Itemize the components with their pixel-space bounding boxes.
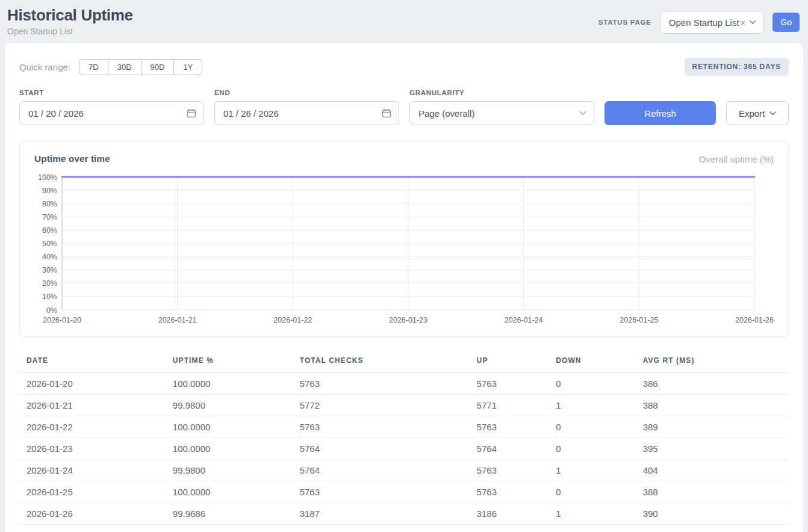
svg-text:60%: 60% <box>42 226 57 235</box>
table-cell: 404 <box>636 460 789 481</box>
uptime-chart: 0%10%20%30%40%50%60%70%80%90%100%2026-01… <box>34 172 774 327</box>
table-cell: 2026-01-20 <box>19 373 166 395</box>
table-cell: 395 <box>636 438 789 460</box>
refresh-button[interactable]: Refresh <box>604 101 716 125</box>
calendar-icon[interactable] <box>187 108 196 118</box>
status-page-value: Open Startup List <box>669 17 739 28</box>
start-date-value: 01 / 20 / 2026 <box>28 108 84 119</box>
table-cell: 3187 <box>293 503 470 525</box>
main-panel: Quick range: 7D30D90D1Y RETENTION: 365 D… <box>5 43 803 532</box>
chevron-down-icon <box>579 111 586 116</box>
quick-range-row: Quick range: 7D30D90D1Y RETENTION: 365 D… <box>19 58 789 76</box>
retention-badge: RETENTION: 365 DAYS <box>685 58 789 76</box>
quick-range-1y[interactable]: 1Y <box>173 59 202 75</box>
table-cell: 100.0000 <box>166 373 293 395</box>
table-cell: 1 <box>549 503 635 525</box>
chart-legend: Overall uptime (%) <box>699 154 774 164</box>
quick-range-label: Quick range: <box>19 62 70 72</box>
svg-text:2026-01-23: 2026-01-23 <box>389 316 427 324</box>
granularity-field-group: GRANULARITY Page (overall) <box>409 89 594 125</box>
start-date-field-group: START 01 / 20 / 2026 <box>19 89 204 125</box>
svg-text:10%: 10% <box>42 292 57 301</box>
table-row: 2026-01-23100.0000576457640395 <box>19 438 789 460</box>
table-cell: 5763 <box>470 460 549 481</box>
table-cell: 100.0000 <box>166 481 293 503</box>
svg-text:2026-01-20: 2026-01-20 <box>43 316 81 324</box>
table-cell: 5763 <box>470 373 549 395</box>
uptime-table-body: 2026-01-20100.00005763576303862026-01-21… <box>19 373 789 525</box>
table-row: 2026-01-2699.9686318731861390 <box>19 503 789 525</box>
table-cell: 0 <box>549 416 635 438</box>
export-label: Export <box>739 108 765 119</box>
end-date-field-group: END 01 / 26 / 2026 <box>214 89 399 125</box>
table-cell: 2026-01-24 <box>19 460 166 481</box>
granularity-value: Page (overall) <box>418 108 474 119</box>
svg-text:90%: 90% <box>42 187 57 195</box>
table-cell: 3186 <box>470 503 549 525</box>
table-cell: 5764 <box>293 460 470 481</box>
filters-row: START 01 / 20 / 2026 END 01 / 26 / 2026 … <box>19 89 789 125</box>
status-page-select[interactable]: Open Startup List × <box>660 11 765 34</box>
start-label: START <box>19 89 204 96</box>
table-row: 2026-01-2199.9800577257711388 <box>19 395 789 416</box>
quick-range-90d[interactable]: 90D <box>141 59 175 75</box>
table-cell: 0 <box>549 438 635 460</box>
export-button[interactable]: Export <box>726 101 789 125</box>
table-cell: 2026-01-22 <box>19 416 166 438</box>
status-page-controls: STATUS PAGE Open Startup List × Go <box>598 11 800 34</box>
top-header: Historical Uptime Open Startup List STAT… <box>0 0 808 42</box>
quick-range-30d[interactable]: 30D <box>108 59 141 75</box>
table-cell: 390 <box>636 503 789 525</box>
column-header: TOTAL CHECKS <box>293 351 470 373</box>
table-cell: 5763 <box>293 373 470 395</box>
table-row: 2026-01-22100.0000576357630389 <box>19 416 789 438</box>
table-cell: 388 <box>636 395 789 416</box>
quick-range-7d[interactable]: 7D <box>79 59 108 75</box>
chart-title: Uptime over time <box>34 153 110 164</box>
chevron-down-icon <box>769 111 776 116</box>
page-title: Historical Uptime <box>7 6 133 25</box>
svg-text:2026-01-24: 2026-01-24 <box>505 316 543 324</box>
svg-text:70%: 70% <box>42 213 57 221</box>
calendar-icon[interactable] <box>382 108 391 118</box>
svg-text:2026-01-21: 2026-01-21 <box>158 316 197 324</box>
table-cell: 2026-01-21 <box>19 395 166 416</box>
status-page-label: STATUS PAGE <box>598 19 651 26</box>
svg-text:40%: 40% <box>42 253 57 261</box>
end-date-input[interactable]: 01 / 26 / 2026 <box>214 101 399 125</box>
table-cell: 5764 <box>470 438 549 460</box>
table-cell: 389 <box>636 416 789 438</box>
granularity-select[interactable]: Page (overall) <box>409 101 594 125</box>
end-date-value: 01 / 26 / 2026 <box>223 108 279 119</box>
table-cell: 5764 <box>293 438 470 460</box>
table-cell: 5763 <box>293 481 470 503</box>
table-cell: 5772 <box>293 395 470 416</box>
column-header: DOWN <box>549 351 635 373</box>
table-cell: 2026-01-26 <box>19 503 166 525</box>
column-header: DATE <box>19 351 166 373</box>
title-block: Historical Uptime Open Startup List <box>7 6 133 36</box>
svg-text:30%: 30% <box>42 266 57 274</box>
table-cell: 99.9800 <box>166 395 293 416</box>
table-cell: 100.0000 <box>166 438 293 460</box>
table-cell: 0 <box>549 481 635 503</box>
granularity-label: GRANULARITY <box>409 89 594 96</box>
column-header: AVG RT (MS) <box>636 351 789 373</box>
go-button[interactable]: Go <box>772 13 800 32</box>
svg-text:20%: 20% <box>42 279 57 288</box>
svg-text:0%: 0% <box>46 306 57 315</box>
table-cell: 1 <box>549 395 635 416</box>
quick-range-group: 7D30D90D1Y <box>79 59 202 75</box>
table-cell: 1 <box>549 460 635 481</box>
column-header: UPTIME % <box>166 351 293 373</box>
uptime-table: DATEUPTIME %TOTAL CHECKSUPDOWNAVG RT (MS… <box>19 351 789 525</box>
clear-icon[interactable]: × <box>741 17 746 28</box>
start-date-input[interactable]: 01 / 20 / 2026 <box>19 101 204 125</box>
chevron-down-icon <box>749 20 756 25</box>
end-label: END <box>214 89 399 96</box>
svg-text:2026-01-26: 2026-01-26 <box>735 316 774 324</box>
svg-text:100%: 100% <box>38 173 57 182</box>
table-row: 2026-01-25100.0000576357630388 <box>19 481 789 503</box>
table-row: 2026-01-2499.9800576457631404 <box>19 460 789 481</box>
table-cell: 5771 <box>470 395 549 416</box>
